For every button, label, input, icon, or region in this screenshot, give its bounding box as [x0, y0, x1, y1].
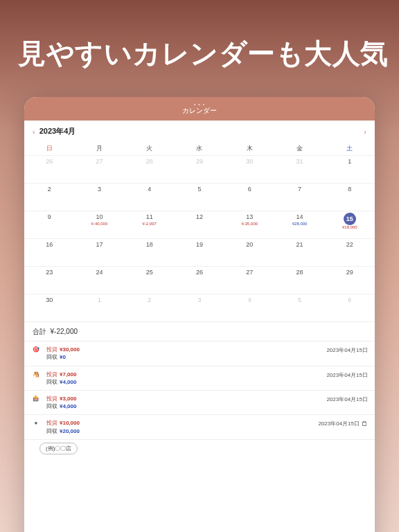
- calendar-cell[interactable]: 5: [274, 294, 324, 321]
- entry-list: 🎯投資¥30,000回収¥02023年04月15日🐴投資¥7,000回収¥4,0…: [24, 341, 375, 456]
- calendar-cell[interactable]: 2: [125, 294, 175, 321]
- calendar-cell[interactable]: 9: [24, 211, 74, 238]
- calendar-cell[interactable]: 1: [74, 294, 124, 321]
- day-amount-negative: ¥-40,000: [76, 222, 123, 227]
- day-number: 23: [26, 268, 73, 277]
- day-number: 28: [276, 268, 323, 277]
- summary-value: ¥-22,000: [51, 328, 78, 335]
- day-number: 29: [326, 268, 373, 277]
- dow-header: 日: [24, 142, 74, 155]
- calendar-cell[interactable]: 27: [74, 155, 124, 183]
- calendar-cell[interactable]: 24: [74, 266, 124, 294]
- calendar-cell[interactable]: 13¥-35,000: [224, 211, 274, 238]
- invest-value: ¥30,000: [60, 346, 80, 353]
- calendar-cell[interactable]: 6: [224, 183, 274, 211]
- calendar-cell[interactable]: 27: [224, 266, 274, 294]
- day-number: 18: [126, 240, 173, 249]
- day-amount-negative: ¥-2,997: [126, 222, 173, 227]
- pachinko-icon: 🎯: [31, 346, 41, 353]
- month-row: ‹ 2023年4月 ›: [24, 121, 375, 142]
- day-number: 2: [26, 185, 73, 194]
- item-date: 2023年04月15日🗒: [318, 419, 368, 427]
- recover-value: ¥4,000: [60, 402, 76, 410]
- day-number: 13: [226, 213, 273, 222]
- calendar-cell[interactable]: 30: [224, 155, 274, 183]
- calendar-cell[interactable]: 5: [175, 183, 224, 211]
- day-number: 5: [276, 296, 323, 305]
- day-amount-negative: ¥-35,000: [226, 222, 273, 227]
- day-number: 20: [226, 240, 273, 249]
- list-item[interactable]: ●投資¥10,000回収¥20,0002023年04月15日🗒: [24, 415, 375, 439]
- invest-label: 投資: [46, 395, 57, 402]
- calendar-cell[interactable]: 23: [24, 266, 74, 294]
- dow-header: 火: [125, 142, 175, 155]
- calendar-cell[interactable]: 17: [74, 238, 124, 266]
- calendar-cell[interactable]: 8: [325, 183, 375, 211]
- day-amount-positive: ¥28,000: [276, 222, 323, 227]
- day-number: 27: [226, 268, 273, 277]
- calendar-cell[interactable]: 26: [175, 266, 224, 294]
- day-number: 30: [226, 157, 273, 166]
- calendar-cell[interactable]: 1: [325, 155, 375, 183]
- day-number: 1: [76, 296, 123, 305]
- day-number: 26: [176, 268, 223, 277]
- calendar-cell[interactable]: 16: [24, 238, 74, 266]
- item-body: 投資¥7,000回収¥4,000: [46, 371, 321, 386]
- calendar-cell[interactable]: 18: [125, 238, 175, 266]
- tag-chip[interactable]: (例)〇〇店: [39, 443, 78, 454]
- list-item[interactable]: 🐴投資¥7,000回収¥4,0002023年04月15日: [24, 366, 375, 391]
- calendar-cell[interactable]: 19: [175, 238, 224, 266]
- calendar-cell[interactable]: 12: [175, 211, 224, 238]
- calendar-cell[interactable]: 28: [125, 155, 175, 183]
- dow-header: 水: [175, 142, 224, 155]
- day-number: 3: [176, 296, 223, 305]
- calendar-cell[interactable]: 7: [274, 183, 324, 211]
- day-number: 24: [76, 268, 123, 277]
- calendar-cell[interactable]: 21: [274, 238, 324, 266]
- summary-label: 合計: [33, 328, 46, 335]
- summary-row: 合計 ¥-22,000: [24, 321, 375, 341]
- calendar-cell[interactable]: 20: [224, 238, 274, 266]
- calendar-cell[interactable]: 4: [125, 183, 175, 211]
- day-number: 29: [176, 157, 223, 166]
- calendar-cell[interactable]: 15¥18,000: [325, 211, 375, 238]
- calendar-cell[interactable]: 31: [274, 155, 324, 183]
- day-number: 30: [26, 296, 73, 305]
- day-number: 3: [76, 185, 123, 194]
- day-number: 19: [176, 240, 223, 249]
- list-item[interactable]: 🎯投資¥30,000回収¥02023年04月15日: [24, 342, 375, 366]
- day-number: 10: [76, 213, 123, 222]
- invest-label: 投資: [46, 371, 57, 378]
- calendar-cell[interactable]: 2: [24, 183, 74, 211]
- calendar-grid: 26272829303112345678910¥-40,00011¥-2,997…: [24, 155, 375, 321]
- calendar-cell[interactable]: 3: [74, 183, 124, 211]
- calendar-cell[interactable]: 4: [224, 294, 274, 321]
- calendar-cell[interactable]: 22: [325, 238, 375, 266]
- calendar-cell[interactable]: 26: [24, 155, 74, 183]
- invest-value: ¥7,000: [60, 371, 76, 378]
- day-number: 15: [344, 213, 356, 225]
- horse-icon: 🐴: [31, 371, 41, 378]
- calendar-cell[interactable]: 28: [274, 266, 324, 294]
- item-date: 2023年04月15日: [326, 395, 368, 403]
- next-month[interactable]: ›: [364, 127, 366, 136]
- day-number: 22: [326, 240, 373, 249]
- day-number: 11: [126, 213, 173, 222]
- item-date: 2023年04月15日: [326, 346, 368, 354]
- day-number: 2: [126, 296, 173, 305]
- list-item[interactable]: 🎰投資¥3,000回収¥4,0002023年04月15日: [24, 391, 375, 415]
- calendar-cell[interactable]: 25: [125, 266, 175, 294]
- calendar-cell[interactable]: 14¥28,000: [274, 211, 324, 238]
- calendar-cell[interactable]: 11¥-2,997: [125, 211, 175, 238]
- calendar-cell[interactable]: 29: [175, 155, 224, 183]
- calendar-cell[interactable]: 6: [325, 294, 375, 321]
- recover-value: ¥0: [60, 353, 66, 361]
- invest-value: ¥10,000: [60, 419, 80, 427]
- day-number: 21: [276, 240, 323, 249]
- calendar-cell[interactable]: 10¥-40,000: [74, 211, 124, 238]
- calendar-cell[interactable]: 30: [24, 294, 74, 321]
- item-body: 投資¥3,000回収¥4,000: [46, 395, 321, 410]
- day-number: 6: [326, 296, 373, 305]
- calendar-cell[interactable]: 3: [175, 294, 224, 321]
- calendar-cell[interactable]: 29: [325, 266, 375, 294]
